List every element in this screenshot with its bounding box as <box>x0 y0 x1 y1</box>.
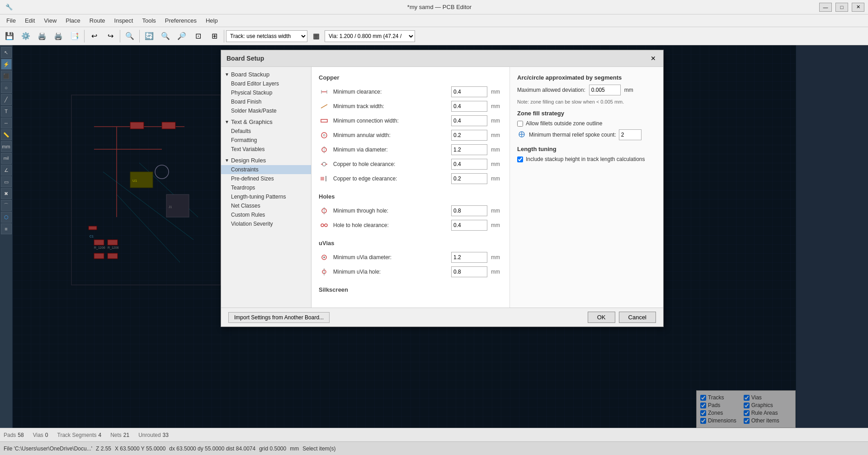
track-width-dropdown[interactable]: Track: use netclass width <box>226 30 307 42</box>
tool-ruler[interactable]: 📏 <box>1 129 12 140</box>
tree-net-classes[interactable]: Net Classes <box>221 201 311 210</box>
arc-circle-title: Arc/circle approximated by segments <box>517 74 656 81</box>
minimize-button[interactable]: — <box>819 3 832 12</box>
tree-predefined-sizes[interactable]: Pre-defined Sizes <box>221 174 311 183</box>
close-dialog-button[interactable]: ✕ <box>649 54 658 63</box>
tool-mm[interactable]: mm <box>1 141 12 152</box>
tool-text[interactable]: T <box>1 106 12 117</box>
min-annular-unit: mm <box>491 132 502 138</box>
print2-button[interactable]: 🖨️ <box>51 29 66 43</box>
zoom-fit-button[interactable]: ⊡ <box>190 29 206 43</box>
tool-line[interactable]: ╱ <box>1 94 12 105</box>
menu-edit[interactable]: Edit <box>20 16 39 25</box>
include-stackup-row: Include stackup height in track length c… <box>517 156 656 162</box>
print-button[interactable]: 🖨️ <box>34 29 50 43</box>
copper-hole-input[interactable] <box>451 159 487 170</box>
min-clearance-icon <box>319 86 330 97</box>
tool-mil[interactable]: mil <box>1 153 12 164</box>
tool-measure[interactable]: ↔ <box>1 118 12 128</box>
allow-fillets-checkbox[interactable] <box>517 121 523 127</box>
tree-board-finish[interactable]: Board Finish <box>221 97 311 106</box>
maximize-button[interactable]: □ <box>835 3 848 12</box>
via-size-dropdown[interactable]: Via: 1.200 / 0.800 mm (47.24 / <box>325 30 415 42</box>
tree-text-variables[interactable]: Text Variables <box>221 145 311 154</box>
find-button[interactable]: 🔍 <box>122 29 137 43</box>
tool-arc[interactable]: ⌒ <box>1 200 12 211</box>
tree-design-rules-header[interactable]: ▼ Design Rules <box>221 156 311 165</box>
copper-edge-input[interactable] <box>451 173 487 184</box>
min-thermal-input[interactable] <box>619 129 642 140</box>
min-connection-icon <box>319 115 330 126</box>
tree-section-design-rules: ▼ Design Rules Constraints Pre-defined S… <box>221 155 311 229</box>
zone-fill-title: Zone fill strategy <box>517 110 656 117</box>
track-segments-status: Track Segments 4 <box>57 432 102 438</box>
menu-route[interactable]: Route <box>85 16 110 25</box>
menu-file[interactable]: File <box>2 16 20 25</box>
close-window-button[interactable]: ✕ <box>852 3 864 12</box>
zoom-fit2-button[interactable]: ⊞ <box>207 29 222 43</box>
min-via-input[interactable] <box>451 144 487 155</box>
tree-violation-severity[interactable]: Violation Severity <box>221 219 311 228</box>
menu-inspect[interactable]: Inspect <box>110 16 138 25</box>
ok-button[interactable]: OK <box>588 312 615 323</box>
min-uvia-dia-input[interactable] <box>451 252 487 263</box>
zoom-in-button[interactable]: 🔍 <box>158 29 173 43</box>
svg-rect-35 <box>321 177 324 180</box>
file-path: File 'C:\Users\user\OneDrive\Docu...' <box>4 446 92 452</box>
tree-stackup-header[interactable]: ▼ Board Stackup <box>221 70 311 79</box>
min-through-hole-input[interactable] <box>451 205 487 216</box>
tool-route[interactable]: ⚡ <box>1 59 12 70</box>
tree-board-editor-layers[interactable]: Board Editor Layers <box>221 79 311 88</box>
import-settings-button[interactable]: Import Settings from Another Board... <box>228 312 330 323</box>
tool-misc[interactable]: ≡ <box>1 223 12 234</box>
min-uvia-hole-input[interactable] <box>451 266 487 277</box>
status-bar: Pads 58 Vias 0 Track Segments 4 Nets 21 … <box>0 428 868 441</box>
include-stackup-checkbox[interactable] <box>517 156 523 162</box>
menu-view[interactable]: View <box>39 16 61 25</box>
uvias-title: uVias <box>319 240 502 246</box>
menu-place[interactable]: Place <box>61 16 85 25</box>
tool-angle[interactable]: ∠ <box>1 165 12 175</box>
menu-help[interactable]: Help <box>201 16 222 25</box>
tree-text-graphics-header[interactable]: ▼ Text & Graphics <box>221 117 311 127</box>
save-button[interactable]: 💾 <box>2 29 17 43</box>
tool-pcb-layer[interactable]: ⬡ <box>1 212 12 223</box>
tool-pad[interactable]: ⬛ <box>1 71 12 81</box>
max-dev-input[interactable] <box>589 85 621 95</box>
tree-custom-rules[interactable]: Custom Rules <box>221 210 311 219</box>
tool-select[interactable]: ↖ <box>1 47 12 58</box>
redo-button[interactable]: ↪ <box>103 29 118 43</box>
tree-solder-mask[interactable]: Solder Mask/Paste <box>221 106 311 115</box>
tree-physical-stackup[interactable]: Physical Stackup <box>221 88 311 97</box>
min-clearance-input[interactable] <box>451 86 487 97</box>
plot-button[interactable]: 📑 <box>67 29 82 43</box>
cancel-button[interactable]: Cancel <box>619 312 656 323</box>
tree-teardrops[interactable]: Teardrops <box>221 183 311 192</box>
undo-button[interactable]: ↩ <box>86 29 102 43</box>
tree-length-tuning[interactable]: Length-tuning Patterns <box>221 192 311 201</box>
min-thermal-label: Minimum thermal relief spoke count: <box>529 132 616 138</box>
pcb-canvas[interactable]: U1 R_1206 R_1206 J1 C1 Board Setup ✕ <box>13 45 796 428</box>
right-panel <box>796 45 868 428</box>
menu-preferences[interactable]: Preferences <box>160 16 201 25</box>
design-rules-toggle: ▼ <box>225 158 229 163</box>
min-via-row: Minimum via diameter: mm <box>319 142 502 157</box>
min-annular-icon <box>319 130 330 141</box>
pcb-settings-button[interactable]: ⚙️ <box>18 29 33 43</box>
tree-constraints[interactable]: Constraints <box>221 165 311 174</box>
tool-drill[interactable]: ○ <box>1 82 12 93</box>
tool-zone[interactable]: ▭ <box>1 176 12 187</box>
min-annular-input[interactable] <box>451 130 487 141</box>
min-connection-row: Minimum connection width: mm <box>319 114 502 128</box>
min-connection-input[interactable] <box>451 115 487 126</box>
tree-formatting[interactable]: Formatting <box>221 136 311 145</box>
zoom-level: Z 2.55 <box>96 446 111 452</box>
refresh-button[interactable]: 🔄 <box>142 29 157 43</box>
tool-keepout[interactable]: ✖ <box>1 188 12 199</box>
hole-clearance-input[interactable] <box>451 220 487 231</box>
zoom-out-button[interactable]: 🔎 <box>174 29 189 43</box>
tree-defaults[interactable]: Defaults <box>221 127 311 136</box>
min-track-input[interactable] <box>451 101 487 112</box>
track-btn[interactable]: ▦ <box>308 29 324 43</box>
menu-tools[interactable]: Tools <box>137 16 160 25</box>
